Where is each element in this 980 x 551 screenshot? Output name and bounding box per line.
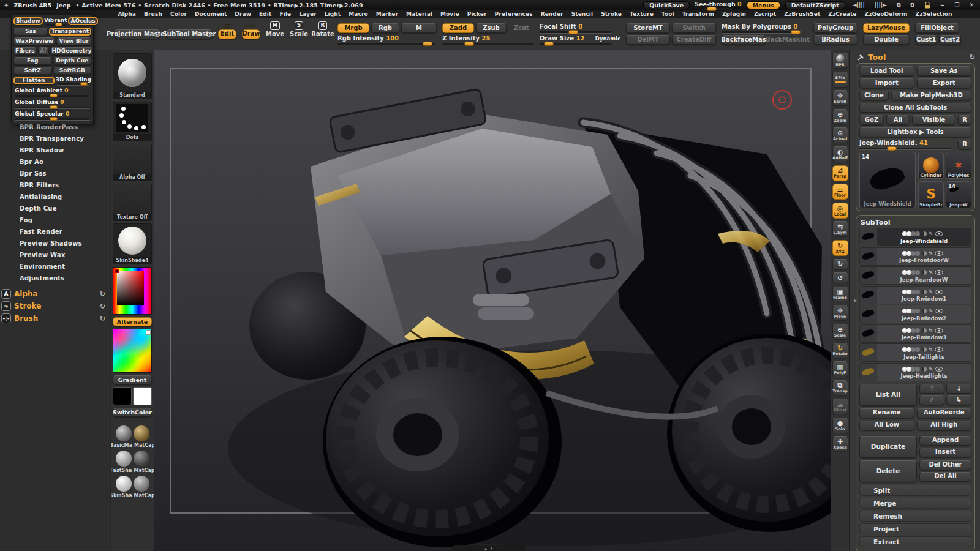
active-tool-thumbnail[interactable]: 14 Jeep-Windshield [859,152,916,208]
draw-mode-button[interactable]: -¦-Draw [242,29,260,39]
menu-item[interactable]: Preferences [491,11,537,17]
menu-item[interactable]: Document [190,11,230,17]
strip-button[interactable]: ☁ Ghost [832,399,848,414]
subtool-subsection[interactable]: Project [859,523,971,534]
restore-icon[interactable]: ❐ [952,2,962,8]
alternate-button[interactable]: Alternate [113,317,152,326]
subtool-subsection[interactable]: Remesh [859,511,971,522]
backfacemask-button[interactable]: BackfaceMas [722,35,766,45]
strip-button[interactable]: ⊕ Zoom [832,109,848,125]
menu-item[interactable]: Render [537,11,567,17]
rename-button[interactable]: Rename [859,408,914,418]
subtool-item[interactable]: ✎ Jeep-ReardoorW [859,266,971,285]
current-brush[interactable]: Standard [113,53,152,99]
waxpreview-toggle[interactable]: WaxPreview [13,37,55,45]
menu-item[interactable]: ZzSelection [911,11,956,17]
subtool-master-button[interactable]: SubTool Master [166,29,213,39]
menu-item[interactable]: Draw [231,11,255,17]
menu-item[interactable]: Marker [372,11,402,17]
make-polymesh3d-button[interactable]: Make PolyMesh3D [891,91,971,100]
focal-shift-slider[interactable]: Focal Shift 0 [540,23,620,33]
menu-item[interactable]: Macro [345,11,372,17]
strip-button[interactable]: ↻ Rotate [832,343,848,359]
menu-item[interactable]: File [276,11,295,17]
vibrant-slider[interactable]: Vibrant [44,17,67,26]
3d-shading-slider[interactable]: 3D Shading [56,77,92,85]
tool-thumbnail[interactable]: S SimpleBr [918,181,944,208]
strip-button[interactable]: ⊙ Actual [832,127,848,143]
menu-item[interactable]: Layer [295,11,320,17]
viewport-canvas[interactable]: ▴▾ [154,50,831,551]
move-bottom-button[interactable]: ↳ [946,395,971,405]
global-specular-slider[interactable]: Global Specular 0 [15,111,90,120]
goz-all-button[interactable]: All [886,115,910,125]
strip-button[interactable]: ⊿ Persp [832,165,848,181]
render-menu-item[interactable]: BPR Transparency [0,133,110,144]
depth-cue-toggle[interactable]: Depth Cue [53,57,92,65]
tool-thumbnail[interactable]: 14 Jeep-W [946,181,971,208]
menu-item[interactable]: Texture [626,11,658,17]
edit-mode-button[interactable]: ▱Edit [218,29,236,39]
render-menu-item[interactable]: Fog [0,214,110,226]
color-picker[interactable] [113,267,152,315]
subtool-item[interactable]: ✎ Jeep-Rwindow2 [859,305,971,323]
transparent-toggle[interactable]: Transparent [49,28,91,36]
sss-toggle[interactable]: Sss [13,28,48,36]
menu-item[interactable]: Material [402,11,437,17]
goz-button[interactable]: GoZ [859,115,884,125]
menu-item[interactable]: Zplugin [718,11,750,17]
tool-thumbnail[interactable]: ✶ PolyMes [946,152,971,179]
main-color-swatch[interactable] [113,387,132,405]
active-tool-slider[interactable]: Jeep-Windshield. 41 [859,140,956,149]
creatediff-button[interactable]: CreateDiff [672,35,716,45]
menu-item[interactable]: ZzCreate [824,11,861,17]
duplicate-button[interactable]: Duplicate [859,436,917,458]
strip-button[interactable]: ✚ Xpose [832,436,848,452]
strip-button[interactable]: ☰ Floor [832,184,848,200]
canvas-scrollbar[interactable]: ▴▾ [452,545,526,551]
render-menu-item[interactable]: Bpr Ao [0,156,110,168]
gradient-button[interactable]: Gradient [113,375,152,384]
current-texture[interactable]: Texture Off [113,184,152,221]
delmt-button[interactable]: DelMT [626,35,670,45]
matcap-thumbnail[interactable] [134,451,149,467]
menu-item[interactable]: Picker [463,11,491,17]
strip-button[interactable]: ⧉ Transp [832,380,848,396]
save-as-button[interactable]: Save As [917,66,972,76]
all-low-button[interactable]: All Low [859,421,914,430]
append-button[interactable]: Append [919,436,971,446]
subtool-item[interactable]: ✎ Jeep-Taillights [859,343,971,362]
storemt-button[interactable]: StoreMT [626,23,670,33]
projection-master-button[interactable]: Projection Master [114,29,160,39]
clone-all-subtools-button[interactable]: Clone All SubTools [859,103,971,113]
menu-item[interactable]: ZzGeoDeform [861,11,911,17]
af-toggle[interactable]: Af [38,47,49,55]
switch-button[interactable]: Switch [672,23,716,33]
delete-button[interactable]: Delete [859,460,917,482]
menu-item[interactable]: Stencil [567,11,597,17]
tool-thumbnail[interactable]: Cylinder [918,152,944,179]
menu-item[interactable]: Tool [657,11,678,17]
strip-button[interactable]: ↻ [832,259,848,270]
current-stroke[interactable]: Dots [113,102,152,141]
gradient-swatch[interactable] [113,329,152,373]
render-menu-item[interactable]: Depth Cue [0,203,110,214]
mask-by-polygroups-slider[interactable]: Mask By Polygroups 0 [722,23,808,33]
lightbox-tools-button[interactable]: Lightbox ▶ Tools [859,127,971,137]
switchcolor-button[interactable]: SwitchColor [113,408,152,417]
refresh-icon[interactable]: ↻ [970,53,975,61]
current-material[interactable]: SkinShade4 [113,223,152,264]
render-menu-item[interactable]: BPR Filters [0,179,110,191]
view-blur-slider[interactable]: View Blur [56,37,91,45]
cust2-button[interactable]: Cust2 [939,35,961,45]
fibers-toggle[interactable]: Fibers [13,47,37,55]
softz-toggle[interactable]: SoftZ [13,67,52,75]
matcap-thumbnail[interactable] [116,451,132,467]
strip-button[interactable]: ▣ Frame [832,287,848,302]
softrgb-toggle[interactable]: SoftRGB [53,67,92,75]
active-tool-r-button[interactable]: R [958,140,971,149]
double-button[interactable]: Double [863,35,910,45]
subtool-subsection[interactable]: Merge [859,498,971,509]
subtool-item[interactable]: ✎ Jeep-Rwindow3 [859,324,971,343]
strip-button[interactable]: ⊕ Scale [832,324,848,340]
